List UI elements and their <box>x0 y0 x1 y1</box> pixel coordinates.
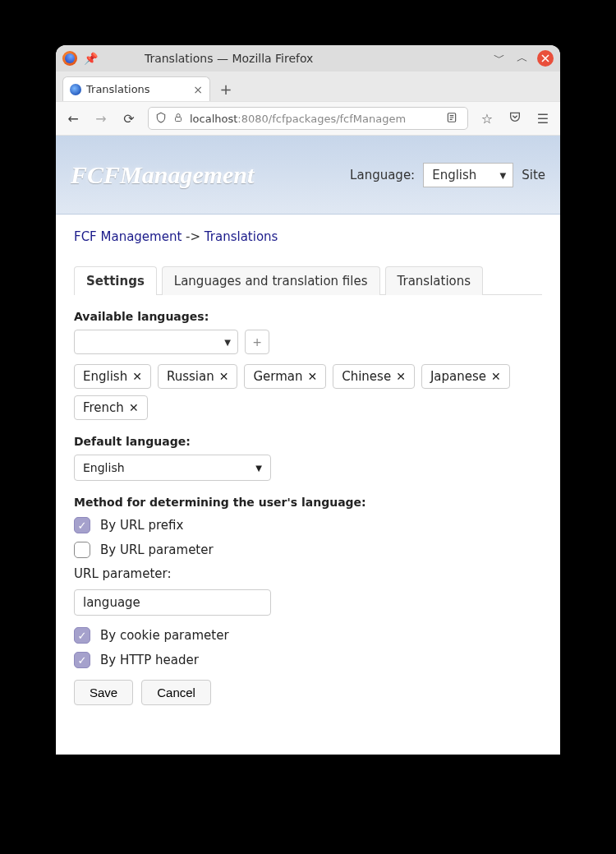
minimize-button[interactable]: ﹀ <box>491 50 508 67</box>
remove-tag-icon[interactable]: ✕ <box>132 370 142 383</box>
available-languages-label: Available languages: <box>74 310 542 323</box>
maximize-button[interactable]: ︿ <box>514 50 531 67</box>
window-titlebar: 📌 Translations — Mozilla Firefox ﹀ ︿ <box>56 45 560 72</box>
close-button[interactable] <box>537 50 554 67</box>
language-tag: French✕ <box>74 395 148 420</box>
url-text: localhost:8080/fcfpackages/fcfManagem <box>190 113 406 125</box>
brand-logo: FCFManagement <box>71 161 254 189</box>
breadcrumb-leaf[interactable]: Translations <box>205 229 278 244</box>
remove-tag-icon[interactable]: ✕ <box>129 401 139 414</box>
language-tag: Russian✕ <box>158 364 238 389</box>
breadcrumb-root[interactable]: FCF Management <box>74 229 182 244</box>
checkbox-http-header[interactable]: ✓ <box>74 652 90 668</box>
browser-toolbar: ← → ⟳ localhost:8080/fcfpackages/fcfMana… <box>56 101 560 136</box>
language-tag: English✕ <box>74 364 151 389</box>
add-language-button[interactable]: + <box>245 330 269 354</box>
hamburger-menu-icon[interactable]: ☰ <box>534 111 552 127</box>
tab-settings[interactable]: Settings <box>74 266 157 295</box>
firefox-icon <box>62 51 77 66</box>
firefox-window: 📌 Translations — Mozilla Firefox ﹀ ︿ Tra… <box>56 45 560 755</box>
breadcrumb-separator: -> <box>186 229 200 244</box>
checkbox-url-prefix[interactable]: ✓ <box>74 517 90 533</box>
reload-button[interactable]: ⟳ <box>120 111 138 127</box>
breadcrumb: FCF Management -> Translations <box>74 229 542 244</box>
checkbox-http-header-label: By HTTP header <box>100 653 199 667</box>
default-language-select[interactable]: English ▼ <box>74 455 271 481</box>
remove-tag-icon[interactable]: ✕ <box>219 370 229 383</box>
save-button[interactable]: Save <box>74 680 133 705</box>
available-language-combo[interactable]: ▼ <box>74 330 238 354</box>
new-tab-button[interactable]: + <box>215 78 237 99</box>
checkbox-cookie-parameter-label: By cookie parameter <box>100 628 229 643</box>
checkbox-cookie-parameter[interactable]: ✓ <box>74 627 90 644</box>
back-button[interactable]: ← <box>64 111 82 127</box>
language-label: Language: <box>350 168 415 182</box>
pin-icon[interactable]: 📌 <box>84 52 98 65</box>
browser-tab-active[interactable]: Translations × <box>62 76 210 101</box>
site-link[interactable]: Site <box>522 168 545 182</box>
remove-tag-icon[interactable]: ✕ <box>307 370 317 383</box>
url-parameter-input[interactable]: language <box>74 589 271 616</box>
globe-icon <box>70 84 81 95</box>
url-bar[interactable]: localhost:8080/fcfpackages/fcfManagem <box>148 107 468 130</box>
default-language-label: Default language: <box>74 435 542 448</box>
window-title: Translations — Mozilla Firefox <box>104 52 353 65</box>
language-tag: Japanese✕ <box>421 364 510 389</box>
chevron-down-icon: ▼ <box>224 338 231 347</box>
browser-tabbar: Translations × + <box>56 72 560 101</box>
shield-icon[interactable] <box>155 112 167 126</box>
remove-tag-icon[interactable]: ✕ <box>396 370 406 383</box>
chevron-down-icon: ▼ <box>255 464 262 473</box>
forward-button[interactable]: → <box>92 111 110 127</box>
page-header: FCFManagement Language: English Site <box>56 136 560 215</box>
tab-close-icon[interactable]: × <box>193 83 203 96</box>
cancel-button[interactable]: Cancel <box>141 680 211 705</box>
tab-languages-files[interactable]: Languages and translation files <box>162 266 380 295</box>
language-tag-list: English✕ Russian✕ German✕ Chinese✕ Japan… <box>74 364 542 420</box>
language-tag: Chinese✕ <box>333 364 415 389</box>
remove-tag-icon[interactable]: ✕ <box>491 370 501 383</box>
checkbox-url-parameter[interactable] <box>74 542 90 558</box>
bookmark-star-icon[interactable]: ☆ <box>478 111 496 127</box>
browser-tab-label: Translations <box>86 83 150 95</box>
url-parameter-label: URL parameter: <box>74 566 542 581</box>
reader-mode-icon[interactable] <box>443 111 461 127</box>
checkbox-url-prefix-label: By URL prefix <box>100 518 183 533</box>
checkbox-url-parameter-label: By URL parameter <box>100 542 214 557</box>
page-tabs: Settings Languages and translation files… <box>74 265 542 295</box>
lock-icon[interactable] <box>173 112 183 126</box>
language-tag: German✕ <box>244 364 326 389</box>
pocket-icon[interactable] <box>506 110 524 127</box>
header-language-select[interactable]: English <box>423 163 513 187</box>
tab-translations[interactable]: Translations <box>385 266 484 295</box>
svg-rect-0 <box>176 117 182 121</box>
page-content: FCF Management -> Translations Settings … <box>56 215 560 755</box>
method-label: Method for determining the user's langua… <box>74 496 542 509</box>
